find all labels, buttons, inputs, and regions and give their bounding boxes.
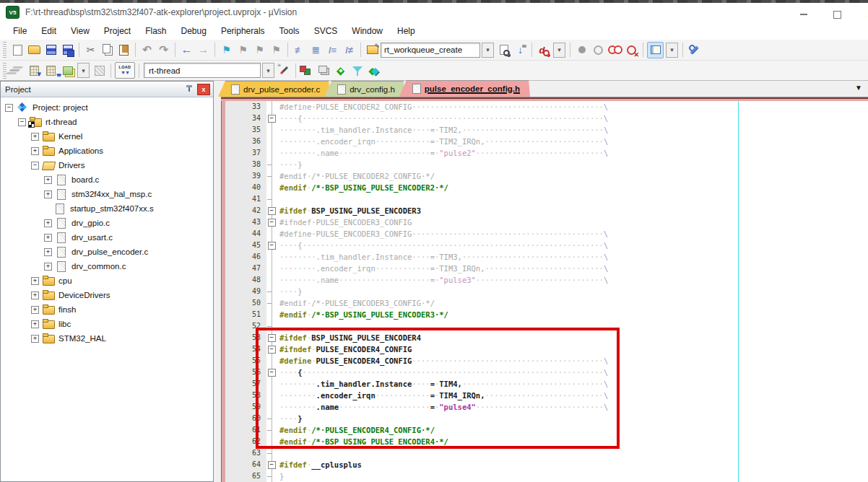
- fold-margin[interactable]: [266, 101, 277, 113]
- code-line-41[interactable]: 41: [225, 193, 868, 205]
- code-line-52[interactable]: 52: [225, 320, 868, 332]
- translate-file-icon[interactable]: [10, 63, 25, 78]
- code-line-56[interactable]: 56−····{································…: [225, 367, 868, 378]
- incremental-find-icon[interactable]: [513, 43, 528, 58]
- code-line-46[interactable]: 46········.tim_handler.Instance····=·TIM…: [225, 251, 868, 263]
- code-line-33[interactable]: 33#define·PULSE_ENCODER2_CONFIG·········…: [225, 101, 868, 113]
- code-line-43[interactable]: 43−#ifndef·PULSE_ENCODER3_CONFIG: [225, 216, 868, 228]
- fold-margin[interactable]: [266, 251, 277, 263]
- code-line-45[interactable]: 45−····{································…: [225, 240, 868, 251]
- minimize-button[interactable]: [796, 9, 812, 20]
- window-layout-dropdown-icon[interactable]: [666, 43, 678, 58]
- tree-expander[interactable]: −: [5, 104, 13, 112]
- code-line-40[interactable]: 40#endif·/*·BSP_USING_PULSE_ENCODER2·*/: [225, 182, 868, 193]
- rebuild-all-icon[interactable]: [43, 63, 58, 78]
- menu-edit[interactable]: Edit: [34, 23, 64, 39]
- target-dropdown-icon[interactable]: [262, 63, 274, 78]
- bookmark-toggle-icon[interactable]: [219, 43, 234, 58]
- quick-find-icon[interactable]: [536, 43, 551, 58]
- document-list-dropdown-icon[interactable]: ▼: [855, 84, 862, 92]
- tree-expander[interactable]: +: [31, 133, 39, 141]
- fold-collapse-icon[interactable]: −: [268, 115, 276, 123]
- fold-margin[interactable]: [266, 413, 277, 424]
- find-in-files-icon[interactable]: [365, 43, 380, 58]
- undo-icon[interactable]: [139, 43, 155, 58]
- fold-collapse-icon[interactable]: −: [268, 346, 276, 354]
- fold-margin[interactable]: [266, 355, 277, 367]
- search-in-files-icon[interactable]: [496, 43, 511, 58]
- code-editor[interactable]: 33#define·PULSE_ENCODER2_CONFIG·········…: [225, 101, 868, 482]
- enable-all-breakpoints-icon[interactable]: [607, 43, 622, 58]
- tree-item-board-c[interactable]: +board.c: [1, 172, 213, 187]
- stop-build-icon[interactable]: [92, 63, 107, 78]
- multi-project-workspace-icon[interactable]: [366, 63, 381, 78]
- navigate-back-icon[interactable]: [179, 43, 194, 58]
- unindent-icon[interactable]: [292, 43, 307, 58]
- menu-help[interactable]: Help: [390, 23, 422, 39]
- target-select[interactable]: rt-thread: [144, 63, 261, 78]
- tree-item-drv-pulse-encoder-c[interactable]: +drv_pulse_encoder.c: [1, 245, 213, 259]
- code-line-64[interactable]: 64−#ifdef·__cplusplus: [225, 459, 868, 470]
- fold-margin[interactable]: [266, 182, 277, 193]
- code-line-38[interactable]: 38····}: [225, 159, 868, 170]
- code-line-42[interactable]: 42−#ifdef·BSP_USING_PULSE_ENCODER3: [225, 205, 868, 216]
- code-line-49[interactable]: 49····}: [225, 286, 868, 297]
- tree-expander[interactable]: +: [31, 306, 39, 314]
- code-line-61[interactable]: 61#endif·/*·PULSE_ENCODER4_CONFIG·*/: [225, 424, 868, 436]
- code-line-44[interactable]: 44#define·PULSE_ENCODER3_CONFIG·········…: [225, 228, 868, 240]
- maximize-button[interactable]: [829, 9, 845, 20]
- fold-margin[interactable]: [266, 309, 277, 320]
- code-line-60[interactable]: 60····}: [225, 413, 868, 424]
- code-line-53[interactable]: 53−#ifdef·BSP_USING_PULSE_ENCODER4: [225, 332, 868, 343]
- menu-debug[interactable]: Debug: [174, 23, 214, 39]
- code-line-39[interactable]: 39#endif·/*·PULSE_ENCODER2_CONFIG·*/: [225, 170, 868, 182]
- close-button[interactable]: ✕: [862, 9, 868, 20]
- fold-collapse-icon[interactable]: −: [268, 219, 276, 227]
- fold-margin[interactable]: [266, 401, 277, 413]
- tree-expander[interactable]: +: [31, 277, 39, 285]
- tree-expander[interactable]: +: [44, 219, 52, 227]
- code-line-37[interactable]: 37········.name····················=·"pu…: [225, 147, 868, 159]
- bookmark-clear-all-icon[interactable]: [269, 43, 284, 58]
- tab-drv_config-h[interactable]: drv_config.h: [324, 81, 405, 97]
- menu-flash[interactable]: Flash: [138, 23, 173, 39]
- tree-expander[interactable]: +: [31, 292, 39, 299]
- cut-icon[interactable]: [83, 43, 98, 58]
- bookmark-next-icon[interactable]: [252, 43, 267, 58]
- fold-margin[interactable]: [266, 470, 277, 482]
- menu-tools[interactable]: Tools: [272, 23, 307, 39]
- fold-collapse-icon[interactable]: −: [268, 207, 276, 215]
- code-line-47[interactable]: 47········.encoder_irqn············=·TIM…: [225, 263, 868, 274]
- code-line-65[interactable]: 65}: [225, 470, 868, 482]
- tree-item-cpu[interactable]: +cpu: [1, 273, 213, 288]
- indent-icon[interactable]: [308, 43, 324, 58]
- menu-project[interactable]: Project: [97, 23, 138, 39]
- fold-margin[interactable]: [266, 274, 277, 286]
- toolbar-drag-handle[interactable]: [3, 63, 6, 79]
- menu-view[interactable]: View: [64, 23, 97, 39]
- toolbar-drag-handle[interactable]: [3, 42, 6, 58]
- fold-margin[interactable]: [266, 390, 277, 401]
- insert-breakpoint-icon[interactable]: [574, 43, 589, 58]
- target-options-icon[interactable]: [277, 63, 292, 78]
- tree-item-project-project[interactable]: −Project: project: [1, 100, 213, 115]
- tree-expander[interactable]: −: [18, 118, 26, 126]
- code-line-55[interactable]: 55#define·PULSE_ENCODER4_CONFIG·········…: [225, 355, 868, 367]
- tree-item-startup-stm32f407xx-s[interactable]: startup_stm32f407xx.s: [1, 201, 213, 216]
- tree-expander[interactable]: +: [44, 263, 52, 271]
- save-icon[interactable]: [43, 43, 58, 58]
- code-line-34[interactable]: 34−····{································…: [225, 113, 868, 124]
- fold-margin[interactable]: [266, 263, 277, 274]
- fold-margin[interactable]: −: [266, 216, 277, 228]
- tab-drv_pulse_encoder-c[interactable]: drv_pulse_encoder.c: [218, 81, 330, 97]
- save-all-icon[interactable]: [60, 43, 75, 58]
- file-extensions-books-icon[interactable]: [350, 63, 365, 78]
- tree-expander[interactable]: +: [44, 190, 52, 198]
- code-line-59[interactable]: 59········.name····················=·"pu…: [225, 401, 868, 413]
- tree-item-stm32f4xx-hal-msp-c[interactable]: +stm32f4xx_hal_msp.c: [1, 187, 213, 201]
- tree-item-rt-thread[interactable]: −rt-thread: [1, 115, 213, 129]
- tree-item-drv-usart-c[interactable]: +drv_usart.c: [1, 230, 213, 245]
- fold-margin[interactable]: −: [266, 459, 277, 470]
- code-line-63[interactable]: 63: [225, 447, 868, 459]
- fold-margin[interactable]: −: [266, 240, 277, 251]
